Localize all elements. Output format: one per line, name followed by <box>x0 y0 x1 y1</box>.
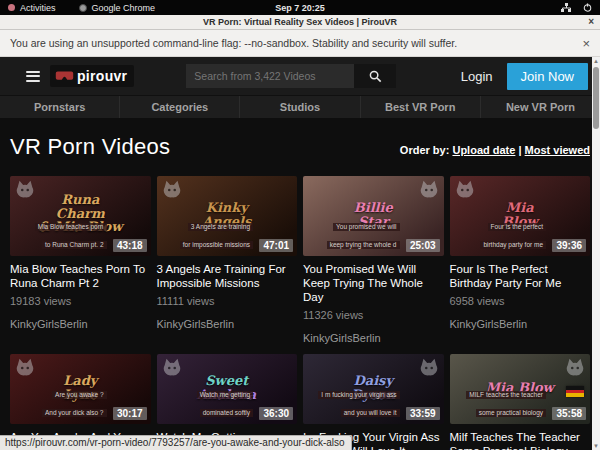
thumbnail-caption: Mia Blow teaches pornto Runa Charm pt. 2 <box>10 215 107 251</box>
video-studio-link[interactable]: KinkyGirlsBerlin <box>157 318 298 330</box>
search-icon <box>369 70 382 83</box>
site-header: pirouvr Login Join Now <box>0 57 600 95</box>
thumbnail-caption: Watch me gettingdominated softly <box>157 383 254 419</box>
nav-item-best-vr-porn[interactable]: Best VR Porn <box>360 96 480 118</box>
german-flag-icon <box>566 386 584 397</box>
join-now-button[interactable]: Join Now <box>507 63 588 90</box>
order-separator: | <box>515 144 524 156</box>
video-duration-badge: 35:58 <box>552 407 586 420</box>
site-logo-text: pirouvr <box>77 68 127 84</box>
video-title[interactable]: You Promised We Will Keep Trying The Who… <box>303 262 444 304</box>
video-duration-badge: 25:03 <box>406 239 440 252</box>
app-menu-button[interactable]: Google Chrome <box>92 3 156 13</box>
kinkygirlsberlin-watermark-icon <box>454 179 476 201</box>
video-card[interactable]: KinkyAngels 3 Angels are trainingfor imp… <box>157 176 298 344</box>
video-card[interactable]: RunaCharm& Mia Blow Mia Blow teaches por… <box>10 176 151 344</box>
thumbnail-caption: I m fucking your virgin assand you will … <box>303 383 400 419</box>
video-grid: RunaCharm& Mia Blow Mia Blow teaches por… <box>10 176 590 450</box>
kinkygirlsberlin-watermark-icon <box>161 179 183 201</box>
video-thumbnail[interactable]: Mia Blow MILF teaches the teachersome pr… <box>450 354 591 424</box>
window-title: VR Porn: Virtual Reality Sex Videos | Pi… <box>203 17 397 27</box>
video-duration-badge: 33:59 <box>406 407 440 420</box>
nav-item-categories[interactable]: Categories <box>119 96 239 118</box>
menu-hamburger-icon[interactable] <box>26 71 40 82</box>
video-views: 19183 views <box>10 295 151 307</box>
video-views: 11111 views <box>157 295 298 307</box>
kinkygirlsberlin-watermark-icon <box>418 179 440 201</box>
power-icon[interactable] <box>583 3 592 12</box>
page-scrollbar[interactable]: ▲ ▼ <box>592 57 600 450</box>
thumbnail-caption: Four is the perfectbirthday party for me <box>450 215 547 251</box>
system-top-bar: Activities Google Chrome Sep 7 20:25 <box>0 0 600 15</box>
video-thumbnail[interactable]: BillieStar You promised we willkeep tryi… <box>303 176 444 256</box>
video-duration-badge: 30:17 <box>113 407 147 420</box>
clock[interactable]: Sep 7 20:25 <box>275 3 325 13</box>
video-thumbnail[interactable]: SweetAnalena Watch me gettingdominated s… <box>157 354 298 424</box>
video-duration-badge: 36:30 <box>259 407 293 420</box>
video-duration-badge: 47:01 <box>259 239 293 252</box>
video-thumbnail[interactable]: MiaBlow Four is the perfectbirthday part… <box>450 176 591 256</box>
browser-viewport: pirouvr Login Join Now PornstarsCategori… <box>0 57 600 450</box>
kinkygirlsberlin-watermark-icon <box>564 357 586 379</box>
video-title[interactable]: 3 Angels Are Training For Impossible Mis… <box>157 262 298 290</box>
video-duration-badge: 43:18 <box>113 239 147 252</box>
main-nav: PornstarsCategoriesStudiosBest VR PornNe… <box>0 95 600 118</box>
video-thumbnail[interactable]: RunaCharm& Mia Blow Mia Blow teaches por… <box>10 176 151 256</box>
screen: Activities Google Chrome Sep 7 20:25 VR … <box>0 0 600 450</box>
window-titlebar[interactable]: VR Porn: Virtual Reality Sex Videos | Pi… <box>0 15 600 30</box>
search-input[interactable] <box>186 64 354 88</box>
site-logo[interactable]: pirouvr <box>50 65 134 87</box>
kinkygirlsberlin-watermark-icon <box>14 357 36 379</box>
kinkygirlsberlin-watermark-icon <box>14 179 36 201</box>
video-views: 6958 views <box>450 295 591 307</box>
video-card[interactable]: Mia Blow MILF teaches the teachersome pr… <box>450 354 591 450</box>
video-studio-link[interactable]: KinkyGirlsBerlin <box>303 332 444 344</box>
order-most-viewed-link[interactable]: Most viewed <box>525 144 590 156</box>
scrollbar-thumb[interactable] <box>593 67 599 129</box>
activities-button[interactable]: Activities <box>20 3 56 13</box>
scrollbar-down-icon[interactable]: ▼ <box>593 442 599 450</box>
search-bar <box>186 64 396 88</box>
thumbnail-caption: 3 Angels are trainingfor impossible miss… <box>157 215 254 251</box>
network-tree-icon[interactable] <box>561 3 571 12</box>
order-upload-date-link[interactable]: Upload date <box>452 144 515 156</box>
nav-item-studios[interactable]: Studios <box>239 96 359 118</box>
video-title[interactable]: Milf Teaches The Teacher Some Practical … <box>450 430 591 450</box>
infobar-message: You are using an unsupported command-lin… <box>10 37 457 49</box>
nav-item-new-vr-porn[interactable]: New VR Porn <box>480 96 600 118</box>
video-thumbnail[interactable]: KinkyAngels 3 Angels are trainingfor imp… <box>157 176 298 256</box>
search-button[interactable] <box>354 64 396 88</box>
video-views: 11326 views <box>303 309 444 321</box>
thumbnail-caption: You promised we willkeep trying the whol… <box>303 215 400 251</box>
video-duration-badge: 39:36 <box>552 239 586 252</box>
kinkygirlsberlin-watermark-icon <box>418 357 440 379</box>
window-close-icon[interactable]: × <box>588 15 594 29</box>
login-link[interactable]: Login <box>461 69 493 84</box>
activities-indicator-icon <box>8 4 15 11</box>
order-by-label: Order by: <box>400 144 450 156</box>
page-title: VR Porn Videos <box>10 134 170 160</box>
video-studio-link[interactable]: KinkyGirlsBerlin <box>10 318 151 330</box>
scrollbar-up-icon[interactable]: ▲ <box>593 57 599 65</box>
chrome-app-icon <box>79 4 87 12</box>
kinkygirlsberlin-watermark-icon <box>161 357 183 379</box>
thumbnail-caption: Are you awake ?And your dick also ? <box>10 383 107 419</box>
nav-item-pornstars[interactable]: Pornstars <box>0 96 119 118</box>
page-content: VR Porn Videos Order by: Upload date | M… <box>0 134 600 450</box>
video-title[interactable]: Four Is The Perfect Birthday Party For M… <box>450 262 591 290</box>
video-thumbnail[interactable]: LadyLyne Are you awake ?And your dick al… <box>10 354 151 424</box>
order-by-controls: Order by: Upload date | Most viewed <box>400 144 590 156</box>
video-title[interactable]: Mia Blow Teaches Porn To Runa Charm Pt 2 <box>10 262 151 290</box>
vr-headset-icon <box>55 71 74 82</box>
video-card[interactable]: BillieStar You promised we willkeep tryi… <box>303 176 444 344</box>
video-studio-link[interactable]: KinkyGirlsBerlin <box>450 318 591 330</box>
video-thumbnail[interactable]: DaisyDyson I m fucking your virgin assan… <box>303 354 444 424</box>
status-bar-url: https://pirouvr.com/vr-porn-video/779325… <box>0 435 352 450</box>
chrome-infobar: You are using an unsupported command-lin… <box>0 30 600 57</box>
video-card[interactable]: MiaBlow Four is the perfectbirthday part… <box>450 176 591 344</box>
thumbnail-caption: MILF teaches the teachersome practical b… <box>450 383 547 419</box>
infobar-close-icon[interactable]: × <box>582 36 590 51</box>
